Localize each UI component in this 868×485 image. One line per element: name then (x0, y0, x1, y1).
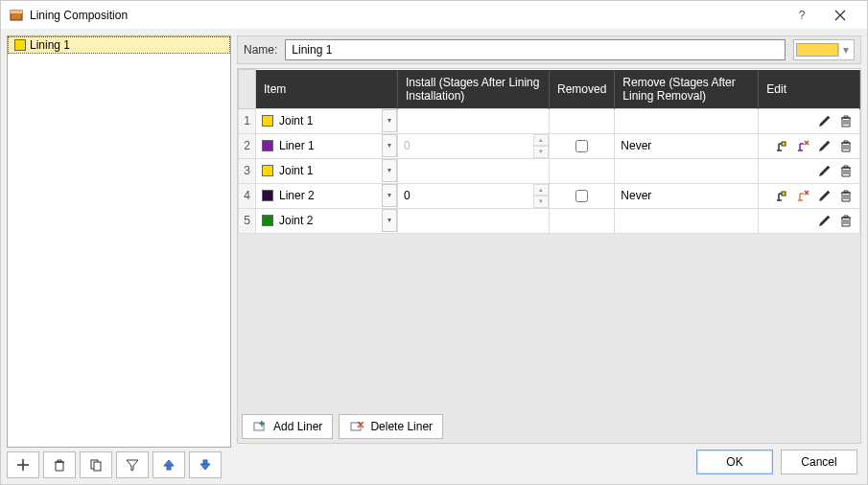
tree-item-label: Lining 1 (30, 38, 70, 52)
spinner-down-icon[interactable]: ▾ (533, 146, 549, 158)
install-cell[interactable]: 0▴▾ (398, 183, 550, 208)
pencil-icon[interactable] (817, 163, 833, 178)
add-button[interactable] (7, 451, 39, 478)
table-row[interactable]: 1Joint 1▾ (239, 108, 860, 133)
svg-rect-3 (94, 462, 101, 471)
pile-yellow-icon[interactable] (775, 138, 790, 153)
trash-icon[interactable] (838, 113, 854, 128)
name-row: Name: ▾ (237, 35, 861, 64)
spinner-up-icon[interactable]: ▴ (533, 134, 549, 147)
removed-checkbox[interactable] (575, 190, 588, 202)
ok-button[interactable]: OK (696, 450, 773, 474)
item-dropdown-button[interactable]: ▾ (382, 109, 397, 132)
copy-button[interactable] (80, 451, 112, 478)
removed-cell[interactable] (550, 183, 615, 208)
remove-cell (615, 108, 759, 133)
install-cell (398, 108, 550, 133)
pencil-icon[interactable] (817, 113, 833, 128)
move-up-button[interactable] (152, 451, 185, 478)
item-dropdown-button[interactable]: ▾ (382, 184, 397, 207)
right-panel: Name: ▾ Item (237, 35, 861, 478)
filter-button[interactable] (116, 451, 149, 478)
trash-icon[interactable] (838, 188, 854, 203)
removed-cell (550, 158, 615, 183)
trash-icon[interactable] (838, 163, 854, 178)
pencil-icon[interactable] (817, 213, 833, 228)
col-remove[interactable]: Remove (Stages After Lining Removal) (615, 70, 759, 109)
table-row[interactable]: 4Liner 2▾0▴▾Never (239, 183, 860, 208)
item-name: Liner 1 (279, 139, 315, 152)
svg-rect-4 (167, 466, 171, 470)
item-cell[interactable]: Joint 2▾ (256, 208, 398, 233)
spinner-down-icon[interactable]: ▾ (533, 196, 549, 208)
pencil-icon[interactable] (817, 138, 833, 153)
composition-table: Item Install (Stages After Lining Instal… (238, 69, 860, 234)
trash-icon[interactable] (838, 213, 854, 228)
remove-cell: Never (615, 183, 759, 208)
titlebar: Lining Composition ? (1, 1, 867, 30)
pile-orange-icon[interactable] (796, 188, 811, 203)
table-row[interactable]: 2Liner 1▾0▴▾Never (239, 133, 860, 158)
edit-cell (759, 158, 860, 183)
help-button[interactable]: ? (783, 1, 821, 30)
left-panel: Lining 1 (7, 35, 231, 478)
item-cell[interactable]: Liner 2▾ (256, 183, 398, 208)
removed-checkbox[interactable] (575, 140, 588, 152)
removed-cell[interactable] (550, 133, 615, 158)
spinner-up-icon[interactable]: ▴ (533, 184, 549, 196)
trash-icon[interactable] (838, 138, 854, 153)
tree-item[interactable]: Lining 1 (8, 36, 230, 54)
pile-yellow-icon[interactable] (775, 188, 790, 203)
corner-header (239, 70, 256, 109)
edit-cell (759, 108, 860, 133)
install-value[interactable]: 0 (398, 134, 533, 158)
row-number: 5 (239, 208, 256, 233)
item-dropdown-button[interactable]: ▾ (382, 159, 397, 182)
cancel-button[interactable]: Cancel (781, 450, 857, 474)
item-cell[interactable]: Joint 1▾ (256, 158, 398, 183)
removed-cell (550, 108, 615, 133)
item-cell[interactable]: Liner 1▾ (256, 133, 398, 158)
chevron-down-icon: ▾ (838, 43, 852, 57)
install-spinner[interactable]: ▴▾ (533, 134, 549, 158)
lining-tree[interactable]: Lining 1 (7, 35, 231, 448)
pile-purple-icon[interactable] (796, 138, 811, 153)
col-install[interactable]: Install (Stages After Lining Installatio… (398, 70, 550, 109)
table-row[interactable]: 3Joint 1▾ (239, 158, 860, 183)
col-removed[interactable]: Removed (550, 70, 615, 109)
add-liner-button[interactable]: Add Liner (242, 414, 333, 439)
color-picker-button[interactable]: ▾ (793, 39, 855, 60)
table-row[interactable]: 5Joint 2▾ (239, 208, 860, 233)
col-edit[interactable]: Edit (759, 70, 860, 109)
name-label: Name: (244, 43, 277, 57)
edit-cell (759, 183, 860, 208)
install-value[interactable]: 0 (398, 184, 533, 208)
install-cell[interactable]: 0▴▾ (398, 133, 550, 158)
svg-rect-1 (11, 11, 22, 13)
move-down-button[interactable] (189, 451, 222, 478)
item-name: Joint 2 (279, 214, 313, 227)
item-dropdown-button[interactable]: ▾ (382, 134, 397, 157)
col-item[interactable]: Item (256, 70, 398, 109)
item-cell[interactable]: Joint 1▾ (256, 108, 398, 133)
pencil-icon[interactable] (817, 188, 833, 203)
delete-liner-button[interactable]: Delete Liner (339, 414, 443, 439)
delete-button[interactable] (43, 451, 76, 478)
delete-liner-label: Delete Liner (370, 420, 433, 433)
row-number: 4 (239, 183, 256, 208)
remove-cell (615, 208, 759, 233)
app-icon (9, 8, 24, 23)
color-swatch (796, 43, 838, 57)
item-name: Joint 1 (279, 164, 313, 177)
item-swatch-icon (262, 190, 273, 201)
close-button[interactable] (821, 1, 859, 30)
svg-rect-6 (782, 142, 786, 146)
install-spinner[interactable]: ▴▾ (533, 184, 549, 208)
name-input[interactable] (285, 39, 786, 60)
item-dropdown-button[interactable]: ▾ (382, 209, 397, 232)
grid-buttons: Add Liner Delete Liner (238, 410, 860, 443)
row-number: 3 (239, 158, 256, 183)
item-swatch-icon (262, 165, 273, 176)
window-title: Lining Composition (30, 9, 783, 22)
removed-cell (550, 208, 615, 233)
